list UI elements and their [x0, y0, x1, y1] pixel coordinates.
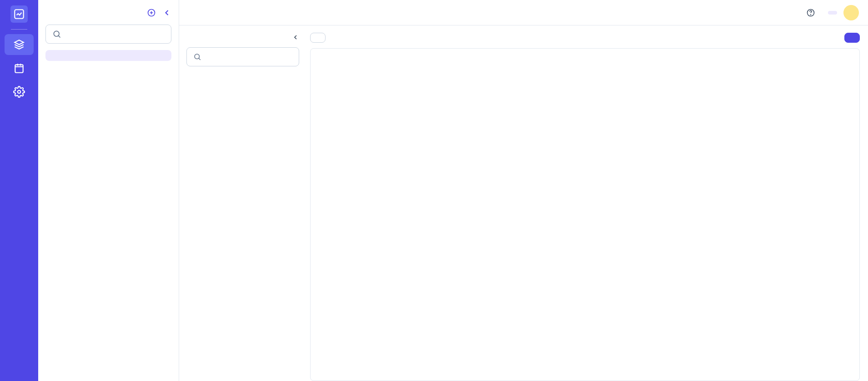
connectors-panel: [179, 25, 306, 381]
connector-search[interactable]: [186, 47, 299, 66]
svg-rect-1: [15, 65, 23, 72]
pipelines-panel: [38, 0, 179, 381]
svg-point-4: [54, 31, 59, 36]
add-template-button[interactable]: [310, 33, 326, 43]
topbar: [179, 0, 868, 25]
nav-rail: [0, 0, 38, 381]
svg-point-7: [195, 54, 200, 59]
help-icon[interactable]: [806, 8, 815, 17]
connector-search-input[interactable]: [206, 53, 292, 61]
svg-point-2: [18, 90, 21, 94]
pipeline-search[interactable]: [45, 25, 171, 44]
search-icon: [193, 52, 201, 61]
pipeline-item[interactable]: [45, 50, 171, 61]
nav-item-pipeline[interactable]: [5, 34, 34, 55]
search-icon: [52, 30, 61, 39]
nav-divider: [11, 29, 27, 30]
collapse-panel-icon[interactable]: [162, 8, 171, 17]
save-button[interactable]: [844, 33, 860, 43]
add-pipeline-icon[interactable]: [147, 8, 156, 17]
nav-item-schedules[interactable]: [5, 58, 34, 79]
tabs: [179, 0, 245, 25]
beta-badge: [828, 11, 837, 15]
editor-panel: [306, 25, 868, 381]
connectors-list: [186, 73, 299, 381]
collapse-connectors-icon[interactable]: [292, 34, 299, 41]
brand-logo[interactable]: [10, 5, 28, 23]
user-avatar[interactable]: [843, 5, 859, 20]
svg-point-6: [811, 14, 811, 15]
code-editor[interactable]: [310, 48, 860, 381]
nav-item-settings[interactable]: [5, 81, 34, 102]
pipeline-search-input[interactable]: [66, 30, 165, 38]
